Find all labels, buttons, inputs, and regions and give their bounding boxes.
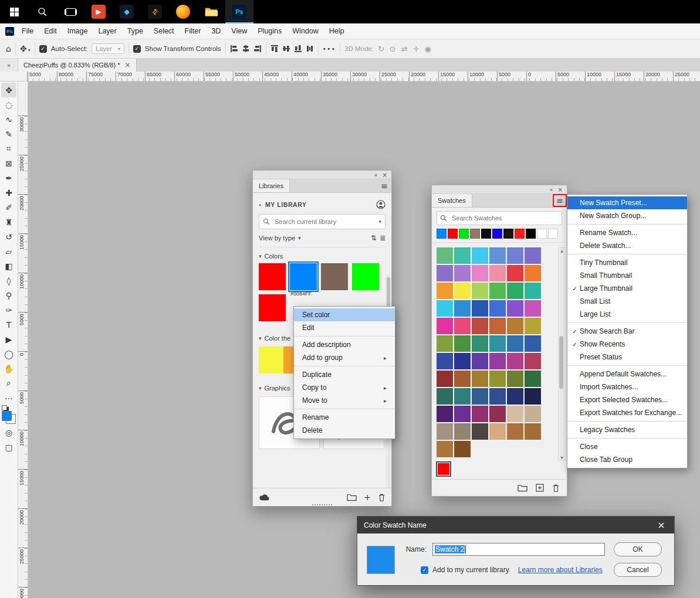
flyout-menu-item[interactable]: Legacy Swatches: [567, 423, 687, 439]
blur-tool[interactable]: ◊: [1, 273, 16, 288]
photoshop-taskbar-button[interactable]: Ps: [225, 0, 253, 23]
auto-select-target-dropdown[interactable]: Layer▾: [92, 43, 124, 54]
edit-toolbar-button[interactable]: ⋯: [1, 390, 16, 405]
library-search-input[interactable]: [273, 218, 375, 226]
swatch[interactable]: [472, 283, 488, 299]
flyout-menu-item[interactable]: Delete Swatch...: [567, 239, 687, 254]
recent-swatch[interactable]: [503, 229, 513, 239]
swatch[interactable]: [489, 318, 506, 334]
ellipse-tool[interactable]: ◯: [1, 346, 16, 361]
default-colors-icon[interactable]: [2, 405, 7, 410]
healing-brush-tool[interactable]: ✚: [1, 185, 16, 200]
recent-swatch[interactable]: [537, 229, 547, 239]
show-transform-checkbox[interactable]: ✓: [133, 45, 141, 53]
swatch[interactable]: [472, 406, 488, 422]
swatch[interactable]: [489, 423, 506, 440]
recent-swatch[interactable]: [492, 229, 502, 239]
flyout-menu-item[interactable]: Small List: [567, 295, 687, 308]
swatch[interactable]: [489, 406, 506, 422]
swatches-search[interactable]: [437, 211, 562, 225]
crop-tool[interactable]: ⌗: [1, 141, 16, 156]
hand-tool[interactable]: ✋: [1, 361, 16, 376]
menu-select[interactable]: Select: [148, 23, 180, 39]
profile-icon[interactable]: [376, 200, 385, 209]
libraries-panel-menu-icon[interactable]: ≡: [377, 179, 391, 192]
menu-layer[interactable]: Layer: [93, 23, 121, 39]
roll-3d-icon[interactable]: ⊙: [390, 45, 396, 53]
swatch[interactable]: [472, 335, 488, 352]
swatch[interactable]: [454, 371, 471, 387]
add-to-library-checkbox[interactable]: ✓: [421, 566, 428, 574]
ok-button[interactable]: OK: [614, 542, 662, 556]
swatch[interactable]: [472, 318, 488, 334]
library-search[interactable]: ▾: [259, 214, 385, 229]
sync-cloud-icon[interactable]: [259, 494, 269, 501]
menu-edit[interactable]: Edit: [39, 23, 62, 39]
flyout-menu-item[interactable]: Tiny Thumbnail: [567, 256, 687, 269]
swatch[interactable]: [525, 265, 541, 281]
swatch[interactable]: [507, 353, 523, 369]
path-selection-tool[interactable]: ▶: [1, 332, 16, 346]
firefox-button[interactable]: [169, 0, 197, 23]
swatch[interactable]: [525, 423, 541, 440]
swatch[interactable]: [437, 423, 453, 440]
flyout-menu-item[interactable]: Export Selected Swatches...: [567, 393, 687, 406]
gradient-tool[interactable]: ◧: [1, 259, 16, 273]
flyout-menu-item[interactable]: Close Tab Group: [567, 453, 687, 466]
dodge-tool[interactable]: ⚲: [1, 288, 16, 303]
swatch[interactable]: [507, 388, 523, 405]
swatch[interactable]: [525, 247, 541, 264]
orbit-3d-icon[interactable]: ↻: [378, 45, 384, 53]
auto-select-checkbox[interactable]: ✓: [39, 45, 47, 53]
selected-swatch[interactable]: [437, 462, 451, 476]
swatch[interactable]: [437, 247, 453, 264]
back-icon[interactable]: ‹: [259, 201, 262, 208]
swatch[interactable]: [454, 335, 471, 352]
swatch[interactable]: [437, 388, 453, 405]
dialog-title-bar[interactable]: Color Swatch Name ×: [357, 517, 674, 534]
align-middle-icon[interactable]: [282, 45, 290, 53]
close-panel-icon[interactable]: ×: [383, 172, 387, 178]
swatch[interactable]: [525, 283, 541, 299]
trash-icon[interactable]: [378, 493, 385, 502]
swatch[interactable]: [437, 300, 453, 317]
swatch[interactable]: [507, 423, 523, 440]
recent-swatch[interactable]: [515, 229, 525, 239]
swatch[interactable]: [525, 353, 541, 369]
context-menu-item[interactable]: Add description: [294, 338, 395, 351]
menu-image[interactable]: Image: [62, 23, 93, 39]
swatch[interactable]: [525, 388, 541, 405]
current-tool-icon[interactable]: ✥▾: [20, 45, 31, 53]
new-swatch-icon[interactable]: [536, 484, 544, 492]
context-menu-item[interactable]: Delete: [294, 424, 395, 437]
media-app-button[interactable]: ▶: [84, 0, 113, 23]
cancel-button[interactable]: Cancel: [614, 563, 662, 577]
close-document-icon[interactable]: ×: [124, 61, 130, 69]
distribute-icon[interactable]: [306, 45, 314, 53]
swatches-panel-menu-icon[interactable]: ≡: [553, 194, 567, 207]
swatch[interactable]: [437, 265, 453, 281]
type-tool[interactable]: T: [1, 317, 16, 332]
color-control[interactable]: [2, 409, 16, 424]
menu-type[interactable]: Type: [122, 23, 148, 39]
zoom-tool[interactable]: ⌕: [1, 376, 16, 390]
swatches-scrollbar[interactable]: ▲ ▼: [558, 247, 566, 461]
swatches-dragbar[interactable]: « ×: [432, 185, 567, 194]
swatches-search-input[interactable]: [451, 214, 559, 222]
align-top-icon[interactable]: [270, 45, 279, 53]
close-dialog-icon[interactable]: ×: [655, 519, 668, 531]
flyout-menu-item[interactable]: Export Swatches for Exchange...: [567, 406, 687, 422]
flyout-menu-item[interactable]: Small Thumbnail: [567, 269, 687, 282]
arrows-app-button[interactable]: ⇄: [141, 0, 169, 23]
menu-file[interactable]: File: [16, 23, 39, 39]
swatch[interactable]: [507, 283, 523, 299]
swatch[interactable]: [472, 247, 488, 264]
context-menu-item[interactable]: Move to ▸: [294, 394, 395, 409]
color-theme-swatch[interactable]: [259, 346, 283, 373]
pan-3d-icon[interactable]: ⇄: [401, 45, 408, 53]
align-center-icon[interactable]: [242, 45, 250, 53]
swatch[interactable]: [437, 283, 453, 299]
swatch[interactable]: [454, 247, 471, 264]
swatch[interactable]: [454, 265, 471, 281]
quick-mask-button[interactable]: ◎: [1, 425, 16, 440]
